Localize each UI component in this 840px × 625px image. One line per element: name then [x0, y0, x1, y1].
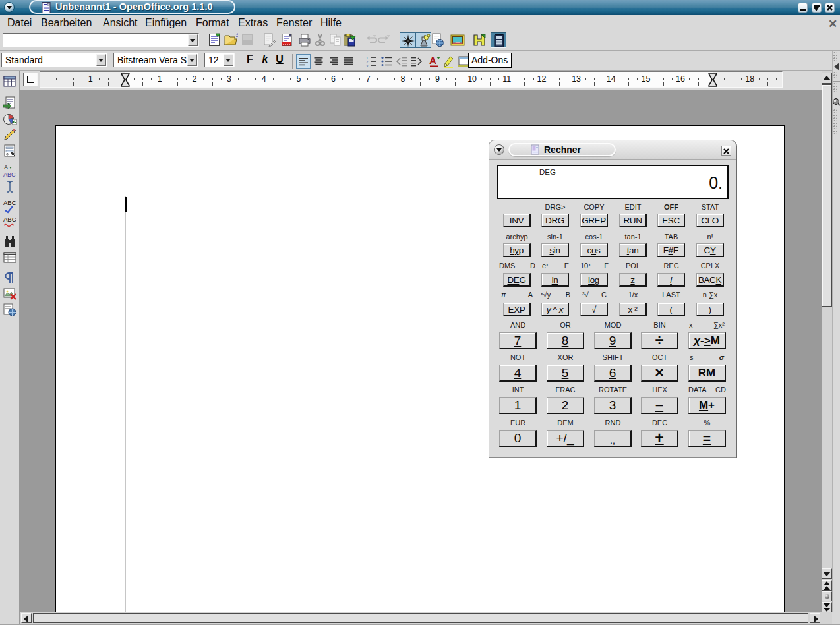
svg-text:ABC: ABC: [3, 171, 16, 178]
svg-text:ABC: ABC: [3, 216, 16, 223]
svg-text:A: A: [429, 55, 436, 66]
svg-text:A: A: [4, 164, 8, 171]
svg-text:3.: 3.: [366, 64, 369, 68]
svg-text:ABC: ABC: [3, 199, 16, 206]
